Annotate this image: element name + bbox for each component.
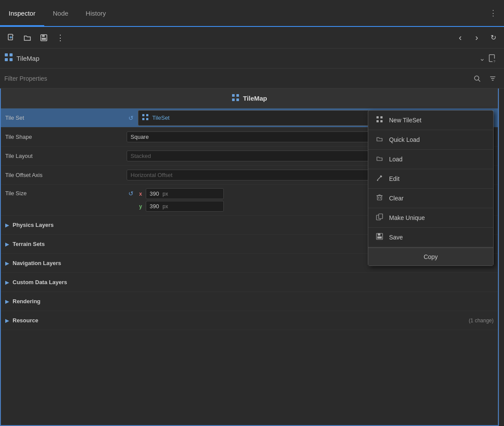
svg-rect-5 [42, 38, 46, 40]
svg-rect-24 [142, 118, 144, 120]
svg-rect-23 [146, 114, 148, 116]
rendering-section[interactable]: ▶ Rendering [1, 292, 498, 311]
menu-item-load[interactable]: Load [368, 150, 493, 169]
save-icon [40, 34, 48, 42]
forward-button[interactable]: › [469, 30, 484, 45]
filter-options-button[interactable] [486, 72, 500, 85]
clear-label: Clear [389, 195, 403, 202]
svg-rect-27 [380, 116, 383, 118]
tileset-grid-icon [142, 114, 149, 122]
panel-header-title: TileMap [243, 95, 267, 102]
refresh-button[interactable]: ↻ [486, 30, 501, 45]
physics-layers-label: Physics Layers [13, 222, 54, 228]
menu-save-icon [375, 233, 384, 242]
open-file-button[interactable] [20, 30, 35, 45]
svg-rect-29 [380, 120, 383, 122]
svg-rect-28 [376, 120, 379, 122]
search-button[interactable] [470, 72, 484, 85]
resource-section[interactable]: ▶ Resource (1 change) [1, 311, 498, 330]
tilemap-header: TileMap ⌄ ? [0, 49, 504, 69]
svg-rect-6 [5, 53, 8, 56]
back-icon: ‹ [459, 33, 462, 43]
svg-rect-37 [379, 214, 383, 219]
svg-point-13 [475, 76, 479, 80]
y-unit: px [163, 203, 168, 210]
toolbar: ⋮ ‹ › ↻ [0, 27, 504, 49]
make-unique-label: Make Unique [389, 214, 425, 221]
save-file-button[interactable] [36, 30, 51, 45]
tile-set-reset-button[interactable]: ↺ [127, 115, 135, 121]
svg-rect-32 [377, 196, 382, 200]
rendering-chevron: ▶ [5, 298, 9, 305]
documentation-button[interactable]: ? [485, 51, 500, 66]
tilemap-chevron-icon[interactable]: ⌄ [479, 54, 485, 62]
tile-set-label: Tile Set [5, 115, 127, 121]
y-axis-label: y [138, 203, 143, 210]
refresh-icon: ↻ [491, 33, 496, 42]
physics-layers-chevron: ▶ [5, 222, 9, 228]
svg-rect-20 [232, 98, 235, 101]
tile-size-reset-button[interactable]: ↺ [127, 188, 135, 197]
menu-item-make-unique[interactable]: Make Unique [368, 208, 493, 228]
svg-rect-22 [142, 114, 144, 116]
navigation-layers-label: Navigation Layers [13, 260, 61, 266]
filter-placeholder: Filter Properties [4, 75, 470, 82]
new-file-icon [7, 34, 15, 42]
tile-offset-axis-label: Tile Offset Axis [5, 172, 127, 178]
make-unique-icon [375, 213, 384, 222]
tile-layout-label: Tile Layout [5, 153, 127, 159]
back-button[interactable]: ‹ [453, 30, 468, 45]
rendering-label: Rendering [13, 298, 40, 305]
custom-data-label: Custom Data Layers [13, 279, 67, 285]
tile-shape-label: Tile Shape [5, 134, 127, 140]
tilemap-title: TileMap [16, 55, 479, 62]
x-unit: px [163, 191, 168, 197]
menu-item-copy[interactable]: Copy [368, 247, 493, 265]
svg-rect-40 [377, 236, 382, 239]
terrain-sets-label: Terrain Sets [13, 241, 45, 247]
x-axis-label: x [138, 191, 143, 197]
svg-rect-9 [10, 58, 13, 61]
navigation-layers-chevron: ▶ [5, 260, 9, 266]
search-icon [474, 75, 481, 82]
tile-size-label: Tile Size [5, 188, 127, 197]
scrollbar[interactable] [499, 88, 504, 426]
resource-chevron: ▶ [5, 318, 9, 324]
quick-load-icon [375, 135, 384, 144]
load-label: Load [389, 156, 403, 163]
svg-rect-7 [10, 53, 13, 56]
more-options-button[interactable]: ⋮ [53, 30, 68, 45]
svg-rect-26 [376, 116, 379, 118]
filter-bar: Filter Properties [0, 69, 504, 88]
menu-item-new-tileset[interactable]: New TileSet [368, 111, 493, 130]
custom-data-chevron: ▶ [5, 279, 9, 285]
resource-label: Resource [13, 317, 38, 324]
tab-node[interactable]: Node [44, 0, 77, 26]
menu-item-quick-load[interactable]: Quick Load [368, 130, 493, 150]
tile-size-y-input[interactable]: 390 px [146, 201, 224, 212]
svg-rect-25 [146, 118, 148, 120]
svg-text:?: ? [494, 59, 496, 63]
main-area: TileMap Tile Set ↺ [0, 88, 504, 426]
tile-size-x-input[interactable]: 390 px [146, 188, 224, 199]
menu-item-edit[interactable]: Edit [368, 169, 493, 189]
inspector-panel: TileMap Tile Set ↺ [0, 88, 499, 426]
doc-icon: ? [488, 54, 497, 63]
tileset-wrapper: TileSet ▾ [138, 110, 494, 126]
custom-data-layers-section[interactable]: ▶ Custom Data Layers [1, 273, 498, 292]
menu-item-clear[interactable]: Clear [368, 189, 493, 208]
load-icon [375, 155, 384, 164]
svg-rect-4 [42, 35, 45, 37]
svg-line-14 [478, 80, 480, 82]
tile-set-row: Tile Set ↺ TileSet [1, 108, 498, 128]
svg-rect-8 [5, 58, 8, 61]
svg-rect-19 [236, 94, 239, 97]
menu-item-save[interactable]: Save [368, 228, 493, 247]
new-tileset-icon [375, 116, 384, 125]
tab-history[interactable]: History [77, 0, 115, 26]
tab-more-button[interactable]: ⋮ [482, 0, 504, 26]
edit-icon [375, 174, 384, 183]
open-folder-icon [23, 34, 31, 42]
tab-inspector[interactable]: Inspector [0, 0, 44, 26]
new-file-button[interactable] [3, 30, 18, 45]
